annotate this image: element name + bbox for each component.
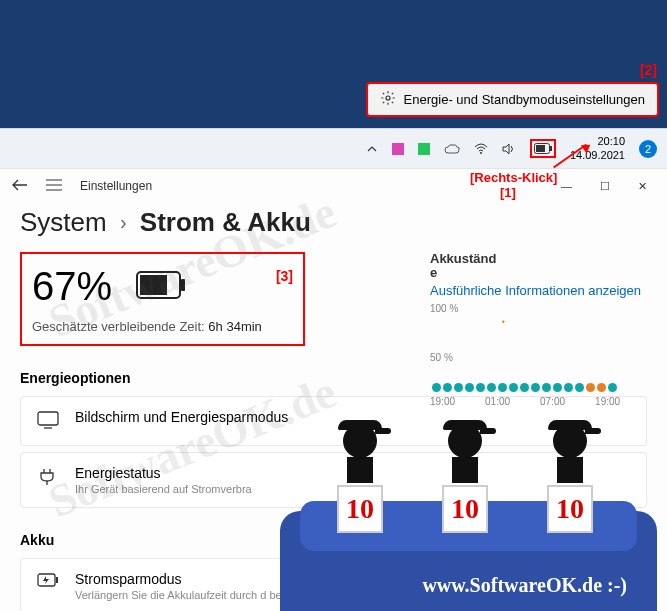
battery-summary-box: [3] 67% Geschätzte verbleibende Zeit: 6h… [20,252,305,346]
tray-time: 20:10 [570,135,625,148]
taskbar: 20:10 14.09.2021 2 [0,128,667,168]
svg-point-0 [386,96,390,100]
gear-icon [380,90,396,109]
onedrive-icon[interactable] [444,144,460,154]
back-button[interactable] [12,177,28,195]
option-sublabel: Verlängern Sie die Akkulaufzeit durch d … [75,589,459,601]
svg-rect-14 [56,577,58,583]
option-label: Bildschirm und Energiesparmodus [75,409,288,425]
annotation-rightclick: [Rechts-Klick] [1] [470,170,557,200]
svg-rect-9 [181,279,185,291]
tray-app-icon[interactable] [418,143,430,155]
titlebar: Einstellungen — ☐ ✕ [0,169,667,203]
screen-icon [37,409,59,433]
minimize-button[interactable]: — [561,180,572,193]
svg-point-1 [480,152,482,154]
notification-badge[interactable]: 2 [639,140,657,158]
annotation-2: [2] [640,62,657,78]
svg-rect-10 [140,275,167,295]
annotation-3: [3] [276,268,293,284]
wifi-icon[interactable] [474,143,488,155]
app-name-label: Einstellungen [80,179,152,193]
chevron-right-icon: › [120,211,127,233]
svg-rect-4 [536,145,545,152]
battery-levels-section: Akkuständ e Ausführliche Informationen a… [430,252,667,407]
breadcrumb-root[interactable]: System [20,207,107,237]
battery-tray-icon[interactable] [530,139,556,158]
context-menu-label: Energie- und Standbymoduseinstellungen [404,92,645,107]
volume-icon[interactable] [502,143,516,155]
tray-chevron-icon[interactable] [366,143,378,155]
option-label: Stromsparmodus [75,571,459,587]
svg-rect-11 [38,412,58,425]
chart-time-axis: 19:00 01:00 07:00 19:00 [430,396,667,407]
chart-dots [432,383,667,392]
settings-window: Einstellungen — ☐ ✕ System › Strom & Akk… [0,168,667,611]
close-button[interactable]: ✕ [638,180,647,193]
plug-icon [37,465,59,489]
axis-tick-50: 50 % [430,352,667,363]
menu-icon[interactable] [46,177,62,195]
battery-saver-icon [37,571,59,591]
details-link[interactable]: Ausführliche Informationen anzeigen [430,283,641,298]
option-battery-saver[interactable]: Stromsparmodus Verlängern Sie die Akkula… [20,558,647,611]
remaining-value: 6h 34min [208,319,261,334]
tray-app-icon[interactable] [392,143,404,155]
context-menu-item-power[interactable]: Energie- und Standbymoduseinstellungen [366,82,659,117]
desktop-background: [2] Energie- und Standbymoduseinstellung… [0,0,667,128]
maximize-button[interactable]: ☐ [600,180,610,193]
remaining-label: Geschätzte verbleibende Zeit: [32,319,205,334]
flame-icon: ⬩ [500,314,667,326]
breadcrumb-current: Strom & Akku [140,207,311,237]
levels-label: Akkuständ e [430,252,500,281]
section-akku-heading: Akku [20,532,647,548]
breadcrumb: System › Strom & Akku [0,203,667,252]
battery-percent: 67% [32,264,112,309]
option-label: Energiestatus [75,465,252,481]
svg-rect-3 [550,146,552,151]
battery-icon [136,271,186,303]
option-energy-status[interactable]: Energiestatus Ihr Gerät basierend auf St… [20,452,647,508]
option-sublabel: Ihr Gerät basierend auf Stromverbra [75,483,252,495]
axis-tick-100: 100 % [430,303,667,314]
